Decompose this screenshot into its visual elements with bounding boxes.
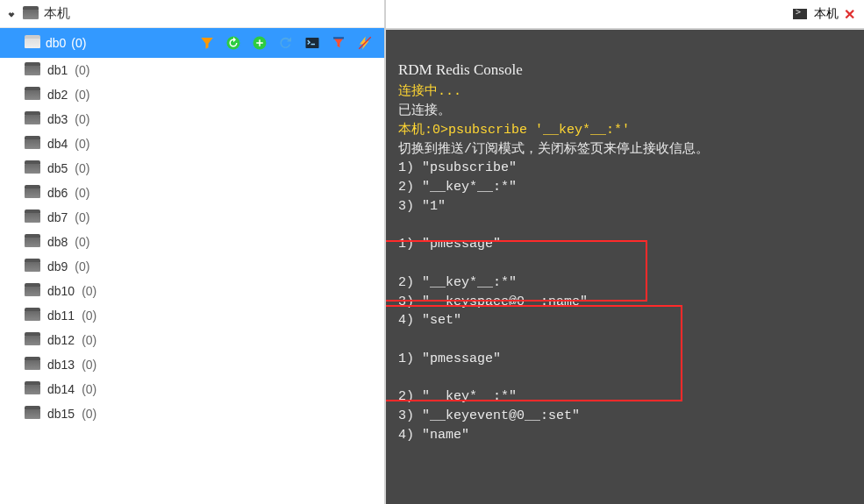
console-line: 2) "__key*__:*" <box>398 275 517 290</box>
console-line: 4) "set" <box>398 313 461 328</box>
console[interactable]: RDM Redis Console连接中... 已连接。 本机:0>psubsc… <box>386 30 864 504</box>
console-icon[interactable] <box>303 34 321 52</box>
db-icon <box>25 384 40 394</box>
console-connected: 已连接。 <box>398 103 451 118</box>
right-panel: 本机 ✕ RDM Redis Console连接中... 已连接。 本机:0>p… <box>386 0 864 504</box>
terminal-icon <box>793 9 807 19</box>
db-item[interactable]: db10(0) <box>0 279 384 303</box>
db-item[interactable]: db6(0) <box>0 181 384 205</box>
db-item[interactable]: db12(0) <box>0 328 384 352</box>
toolbar-icons <box>198 34 381 52</box>
db-item[interactable]: db4(0) <box>0 131 384 156</box>
console-line: 3) "__keyevent@0__:set" <box>398 408 580 423</box>
console-switch-msg: 切换到推送/订阅模式，关闭标签页来停止接收信息。 <box>398 142 709 157</box>
db-item[interactable]: db15(0) <box>0 401 384 426</box>
db-icon <box>25 89 40 100</box>
selected-db-name: db0 <box>46 36 66 50</box>
sidebar: 本机 db0 (0) <box>0 0 386 504</box>
db-icon <box>25 310 40 321</box>
db-icon <box>25 237 40 247</box>
db-item[interactable]: db14(0) <box>0 377 384 401</box>
console-line: 3) "__keyspace@0__:name" <box>398 295 588 309</box>
db-icon <box>25 212 40 223</box>
console-line: 4) "name" <box>398 428 469 443</box>
refresh-icon[interactable] <box>277 34 295 52</box>
db-item[interactable]: db9(0) <box>0 254 384 279</box>
db-list: db1(0) db2(0) db3(0) db4(0) db5(0) db6(0… <box>0 58 384 426</box>
db-icon <box>25 188 40 198</box>
close-icon[interactable]: ✕ <box>844 6 855 23</box>
console-connecting: 连接中... <box>398 84 461 99</box>
reload-icon[interactable] <box>225 34 242 52</box>
selected-db[interactable]: db0 (0) <box>4 36 86 50</box>
console-line: 2) "__key*__:*" <box>398 180 517 195</box>
db-item[interactable]: db7(0) <box>0 205 384 230</box>
funnel-icon[interactable] <box>330 34 347 52</box>
db-icon <box>25 359 40 370</box>
console-line: 2) "__key*__:*" <box>398 389 517 404</box>
lightning-icon[interactable] <box>356 34 374 52</box>
server-icon <box>23 9 39 19</box>
console-line: 1) "pmessage" <box>398 237 501 252</box>
db-item[interactable]: db11(0) <box>0 303 384 328</box>
tab-label[interactable]: 本机 <box>814 6 839 22</box>
svg-rect-3 <box>333 37 344 39</box>
db-icon <box>25 114 40 124</box>
db-item[interactable]: db2(0) <box>0 82 384 107</box>
svg-rect-2 <box>306 38 319 48</box>
console-prompt: 本机:0>psubscribe '__key*__:*' <box>398 123 630 138</box>
db-icon <box>25 65 40 75</box>
db-item[interactable]: db8(0) <box>0 230 384 254</box>
selected-db-count: (0) <box>71 36 86 50</box>
db-icon <box>25 138 40 149</box>
db-item[interactable]: db13(0) <box>0 352 384 377</box>
add-icon[interactable] <box>251 34 268 52</box>
console-line: 1) "pmessage" <box>398 351 501 366</box>
db-icon <box>25 408 40 419</box>
console-line: 3) "1" <box>398 199 446 214</box>
app-root: 本机 db0 (0) <box>0 0 864 504</box>
db-item[interactable]: db1(0) <box>0 58 384 82</box>
chevron-down-icon <box>8 11 14 17</box>
console-line: 1) "psubscribe" <box>398 160 517 175</box>
db-icon <box>25 38 40 48</box>
db-item[interactable]: db5(0) <box>0 156 384 181</box>
tab-bar: 本机 ✕ <box>386 0 864 30</box>
db-icon <box>25 261 40 272</box>
connection-header[interactable]: 本机 <box>0 0 384 28</box>
db-item[interactable]: db3(0) <box>0 107 384 131</box>
db-icon <box>25 163 40 174</box>
connection-name: 本机 <box>44 5 70 22</box>
db-icon <box>25 335 40 345</box>
filter-icon[interactable] <box>198 34 216 52</box>
console-title: RDM Redis Console <box>398 60 852 82</box>
db-toolbar: db0 (0) <box>0 28 384 58</box>
db-icon <box>25 286 40 296</box>
